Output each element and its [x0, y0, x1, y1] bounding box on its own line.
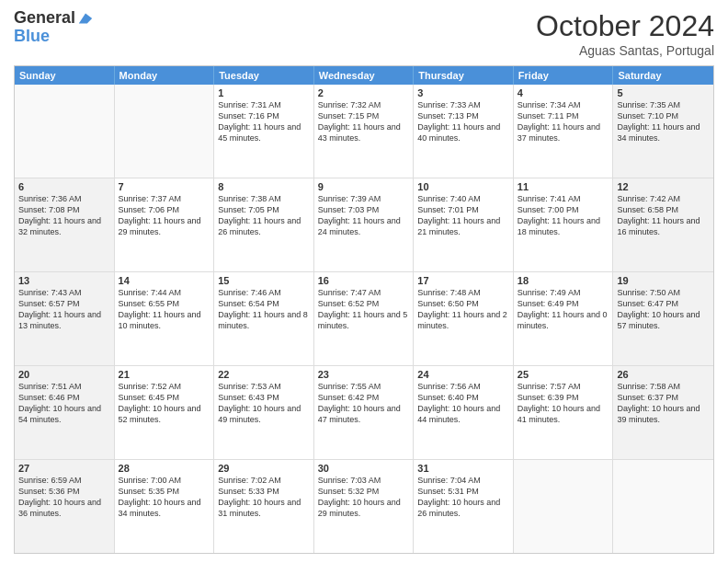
calendar-cell: 31Sunrise: 7:04 AM Sunset: 5:31 PM Dayli…: [414, 460, 514, 553]
calendar-cell: 16Sunrise: 7:47 AM Sunset: 6:52 PM Dayli…: [314, 272, 415, 365]
day-number: 30: [318, 463, 410, 474]
calendar-cell: 12Sunrise: 7:42 AM Sunset: 6:58 PM Dayli…: [613, 178, 713, 271]
cell-text: Sunrise: 7:50 AM Sunset: 6:47 PM Dayligh…: [617, 287, 710, 332]
calendar-cell: 11Sunrise: 7:41 AM Sunset: 7:00 PM Dayli…: [514, 178, 614, 271]
logo-text-general: General: [14, 9, 75, 28]
calendar-cell: 4Sunrise: 7:34 AM Sunset: 7:11 PM Daylig…: [514, 85, 614, 178]
logo-text-blue: Blue: [14, 27, 50, 45]
cell-text: Sunrise: 7:55 AM Sunset: 6:42 PM Dayligh…: [318, 381, 410, 426]
day-number: 26: [617, 369, 710, 380]
cell-text: Sunrise: 7:33 AM Sunset: 7:13 PM Dayligh…: [417, 99, 509, 144]
calendar-cell: 1Sunrise: 7:31 AM Sunset: 7:16 PM Daylig…: [214, 85, 314, 178]
day-number: 10: [417, 181, 509, 192]
day-number: 4: [518, 87, 609, 98]
calendar-cell: 15Sunrise: 7:46 AM Sunset: 6:54 PM Dayli…: [214, 272, 314, 365]
page: General Blue October 2024 Aguas Santas, …: [0, 0, 728, 563]
svg-marker-0: [79, 13, 92, 23]
calendar-cell: 30Sunrise: 7:03 AM Sunset: 5:32 PM Dayli…: [314, 460, 415, 553]
cell-text: Sunrise: 7:39 AM Sunset: 7:03 PM Dayligh…: [318, 193, 410, 238]
day-number: 15: [218, 275, 310, 286]
calendar-cell: 6Sunrise: 7:36 AM Sunset: 7:08 PM Daylig…: [15, 178, 115, 271]
calendar-cell: [15, 85, 115, 178]
day-number: 12: [617, 181, 710, 192]
cell-text: Sunrise: 7:51 AM Sunset: 6:46 PM Dayligh…: [18, 381, 110, 426]
calendar-row: 6Sunrise: 7:36 AM Sunset: 7:08 PM Daylig…: [15, 178, 713, 271]
day-number: 28: [119, 463, 210, 474]
cell-text: Sunrise: 7:57 AM Sunset: 6:39 PM Dayligh…: [518, 381, 609, 426]
cell-text: Sunrise: 7:43 AM Sunset: 6:57 PM Dayligh…: [18, 287, 110, 332]
calendar-cell: 24Sunrise: 7:56 AM Sunset: 6:40 PM Dayli…: [414, 366, 514, 459]
calendar-cell: 21Sunrise: 7:52 AM Sunset: 6:45 PM Dayli…: [115, 366, 215, 459]
calendar-cell: 14Sunrise: 7:44 AM Sunset: 6:55 PM Dayli…: [115, 272, 215, 365]
calendar-cell: 23Sunrise: 7:55 AM Sunset: 6:42 PM Dayli…: [314, 366, 415, 459]
cal-header-cell: Saturday: [613, 66, 713, 85]
day-number: 18: [518, 275, 609, 286]
calendar-header: SundayMondayTuesdayWednesdayThursdayFrid…: [15, 66, 713, 85]
day-number: 23: [318, 369, 410, 380]
calendar-cell: 28Sunrise: 7:00 AM Sunset: 5:35 PM Dayli…: [115, 460, 215, 553]
cal-header-cell: Thursday: [414, 66, 514, 85]
day-number: 17: [417, 275, 509, 286]
calendar-cell: 5Sunrise: 7:35 AM Sunset: 7:10 PM Daylig…: [613, 85, 713, 178]
day-number: 29: [218, 463, 310, 474]
calendar-cell: 29Sunrise: 7:02 AM Sunset: 5:33 PM Dayli…: [214, 460, 314, 553]
day-number: 21: [119, 369, 210, 380]
cell-text: Sunrise: 7:03 AM Sunset: 5:32 PM Dayligh…: [318, 475, 410, 520]
day-number: 19: [617, 275, 710, 286]
day-number: 25: [518, 369, 609, 380]
day-number: 14: [119, 275, 210, 286]
day-number: 2: [318, 87, 410, 98]
day-number: 24: [417, 369, 509, 380]
cell-text: Sunrise: 7:58 AM Sunset: 6:37 PM Dayligh…: [617, 381, 710, 426]
cell-text: Sunrise: 7:36 AM Sunset: 7:08 PM Dayligh…: [18, 193, 110, 238]
cell-text: Sunrise: 7:42 AM Sunset: 6:58 PM Dayligh…: [617, 193, 710, 238]
calendar-cell: 17Sunrise: 7:48 AM Sunset: 6:50 PM Dayli…: [414, 272, 514, 365]
calendar-row: 13Sunrise: 7:43 AM Sunset: 6:57 PM Dayli…: [15, 271, 713, 365]
cal-header-cell: Tuesday: [214, 66, 314, 85]
calendar-cell: [514, 460, 614, 553]
calendar-cell: 18Sunrise: 7:49 AM Sunset: 6:49 PM Dayli…: [514, 272, 614, 365]
calendar-cell: 20Sunrise: 7:51 AM Sunset: 6:46 PM Dayli…: [15, 366, 115, 459]
day-number: 6: [18, 181, 110, 192]
cell-text: Sunrise: 7:44 AM Sunset: 6:55 PM Dayligh…: [119, 287, 210, 332]
calendar: SundayMondayTuesdayWednesdayThursdayFrid…: [14, 65, 714, 554]
day-number: 11: [518, 181, 609, 192]
calendar-cell: 8Sunrise: 7:38 AM Sunset: 7:05 PM Daylig…: [214, 178, 314, 271]
cell-text: Sunrise: 7:56 AM Sunset: 6:40 PM Dayligh…: [417, 381, 509, 426]
cell-text: Sunrise: 7:40 AM Sunset: 7:01 PM Dayligh…: [417, 193, 509, 238]
cell-text: Sunrise: 7:41 AM Sunset: 7:00 PM Dayligh…: [518, 193, 609, 238]
cell-text: Sunrise: 7:35 AM Sunset: 7:10 PM Dayligh…: [617, 99, 710, 144]
day-number: 8: [218, 181, 310, 192]
logo-icon: [77, 10, 94, 27]
calendar-cell: 25Sunrise: 7:57 AM Sunset: 6:39 PM Dayli…: [514, 366, 614, 459]
cell-text: Sunrise: 7:38 AM Sunset: 7:05 PM Dayligh…: [218, 193, 310, 238]
cell-text: Sunrise: 7:00 AM Sunset: 5:35 PM Dayligh…: [119, 475, 210, 520]
calendar-cell: 3Sunrise: 7:33 AM Sunset: 7:13 PM Daylig…: [414, 85, 514, 178]
cell-text: Sunrise: 7:02 AM Sunset: 5:33 PM Dayligh…: [218, 475, 310, 520]
day-number: 27: [18, 463, 110, 474]
calendar-cell: 10Sunrise: 7:40 AM Sunset: 7:01 PM Dayli…: [414, 178, 514, 271]
day-number: 5: [617, 87, 710, 98]
location: Aguas Santas, Portugal: [536, 43, 714, 58]
calendar-cell: 19Sunrise: 7:50 AM Sunset: 6:47 PM Dayli…: [613, 272, 713, 365]
logo: General Blue: [14, 9, 94, 46]
day-number: 7: [119, 181, 210, 192]
cell-text: Sunrise: 7:47 AM Sunset: 6:52 PM Dayligh…: [318, 287, 410, 332]
day-number: 31: [417, 463, 509, 474]
cell-text: Sunrise: 7:48 AM Sunset: 6:50 PM Dayligh…: [417, 287, 509, 332]
calendar-cell: [115, 85, 215, 178]
calendar-cell: 22Sunrise: 7:53 AM Sunset: 6:43 PM Dayli…: [214, 366, 314, 459]
calendar-cell: 9Sunrise: 7:39 AM Sunset: 7:03 PM Daylig…: [314, 178, 415, 271]
calendar-cell: 27Sunrise: 6:59 AM Sunset: 5:36 PM Dayli…: [15, 460, 115, 553]
day-number: 20: [18, 369, 110, 380]
calendar-row: 20Sunrise: 7:51 AM Sunset: 6:46 PM Dayli…: [15, 365, 713, 459]
cell-text: Sunrise: 7:46 AM Sunset: 6:54 PM Dayligh…: [218, 287, 310, 332]
calendar-cell: 7Sunrise: 7:37 AM Sunset: 7:06 PM Daylig…: [115, 178, 215, 271]
cell-text: Sunrise: 7:52 AM Sunset: 6:45 PM Dayligh…: [119, 381, 210, 426]
calendar-row: 27Sunrise: 6:59 AM Sunset: 5:36 PM Dayli…: [15, 459, 713, 553]
cell-text: Sunrise: 7:53 AM Sunset: 6:43 PM Dayligh…: [218, 381, 310, 426]
cal-header-cell: Friday: [514, 66, 614, 85]
cal-header-cell: Sunday: [15, 66, 115, 85]
cell-text: Sunrise: 7:32 AM Sunset: 7:15 PM Dayligh…: [318, 99, 410, 144]
day-number: 1: [218, 87, 310, 98]
